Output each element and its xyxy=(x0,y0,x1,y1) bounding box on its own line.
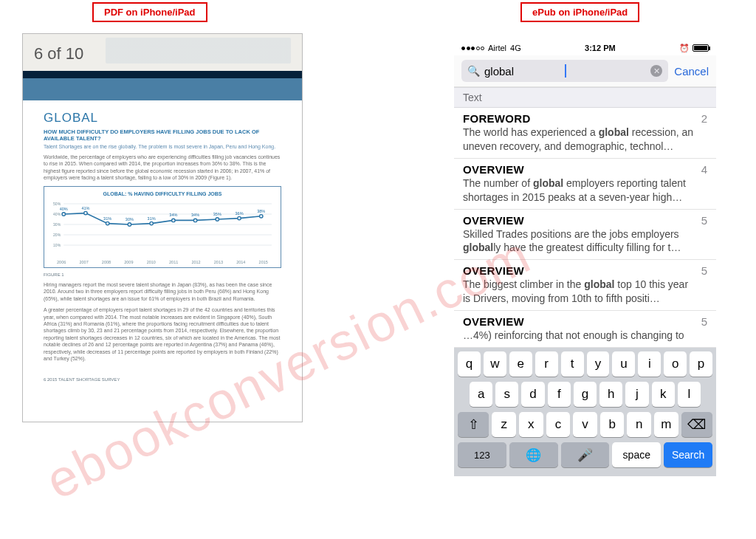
svg-point-18 xyxy=(150,222,153,224)
numbers-key[interactable]: 123 xyxy=(458,442,506,467)
backspace-key[interactable]: ⌫ xyxy=(681,412,712,437)
paragraph-2: Hiring managers report the most severe t… xyxy=(44,281,281,302)
result-page: 5 xyxy=(701,264,707,277)
result-title: OVERVIEW xyxy=(463,214,694,227)
result-snippet: The number of global employers reporting… xyxy=(463,176,694,205)
header-illustration xyxy=(106,38,291,63)
result-title: FOREWORD xyxy=(463,112,694,125)
key-l[interactable]: l xyxy=(678,382,701,407)
clock: 3:12 PM xyxy=(585,44,616,52)
key-g[interactable]: g xyxy=(574,382,597,407)
svg-text:10%: 10% xyxy=(53,243,61,247)
page-subheading: HOW MUCH DIFFICULTY DO EMPLOYERS HAVE FI… xyxy=(44,128,281,142)
result-page: 2 xyxy=(701,112,707,125)
key-u[interactable]: u xyxy=(612,351,635,377)
carrier-label: Airtel xyxy=(488,44,506,52)
key-z[interactable]: z xyxy=(492,412,516,437)
alarm-icon: ⏰ xyxy=(679,44,690,53)
result-title: OVERVIEW xyxy=(463,315,694,328)
space-key[interactable]: space xyxy=(612,442,661,467)
svg-text:40%: 40% xyxy=(53,212,61,216)
svg-point-26 xyxy=(238,216,241,219)
result-page: 4 xyxy=(701,163,707,176)
pdf-topbar: 6 of 10 xyxy=(23,34,302,71)
result-snippet: …4%) reinforcing that not enough is chan… xyxy=(463,329,694,343)
key-d[interactable]: d xyxy=(521,382,544,407)
results-list: FOREWORD 2 The world has experienced a g… xyxy=(454,108,716,348)
cancel-button[interactable]: Cancel xyxy=(674,65,709,78)
svg-point-12 xyxy=(84,211,87,214)
svg-text:34%: 34% xyxy=(169,213,177,217)
key-h[interactable]: h xyxy=(599,382,622,407)
shift-key[interactable]: ⇧ xyxy=(458,412,489,437)
svg-text:31%: 31% xyxy=(148,216,156,220)
key-b[interactable]: b xyxy=(600,412,625,437)
figure-label: FIGURE 1 xyxy=(44,272,281,277)
svg-text:35%: 35% xyxy=(213,212,221,216)
pdf-label: PDF on iPhone/iPad xyxy=(92,2,207,22)
key-i[interactable]: i xyxy=(638,351,661,377)
key-s[interactable]: s xyxy=(495,382,518,407)
battery-icon xyxy=(693,44,709,52)
mic-key[interactable]: 🎤 xyxy=(561,442,610,467)
pdf-viewer: 6 of 10 GLOBAL HOW MUCH DIFFICULTY DO EM… xyxy=(22,33,303,422)
search-result[interactable]: OVERVIEW 5 …4%) reinforcing that not eno… xyxy=(454,311,716,348)
paragraph-1: Worldwide, the percentage of employers w… xyxy=(44,154,281,182)
svg-text:31%: 31% xyxy=(103,216,111,220)
key-k[interactable]: k xyxy=(652,382,675,407)
search-result[interactable]: OVERVIEW 5 The biggest climber in the gl… xyxy=(454,260,716,311)
search-icon: 🔍 xyxy=(467,65,480,77)
svg-text:50%: 50% xyxy=(53,202,61,206)
chart-container: GLOBAL: % HAVING DIFFICULTY FILLING JOBS… xyxy=(44,186,281,268)
svg-text:20%: 20% xyxy=(53,233,61,237)
key-m[interactable]: m xyxy=(654,412,678,437)
search-key[interactable]: Search xyxy=(664,442,712,467)
result-snippet: Skilled Trades positions are the jobs em… xyxy=(463,227,694,255)
key-v[interactable]: v xyxy=(573,412,597,437)
network-label: 4G xyxy=(510,44,521,52)
svg-text:38%: 38% xyxy=(257,209,265,213)
search-result[interactable]: FOREWORD 2 The world has experienced a g… xyxy=(454,108,716,159)
header-blue-bar xyxy=(23,78,302,100)
svg-text:40%: 40% xyxy=(60,207,68,211)
result-title: OVERVIEW xyxy=(463,163,694,176)
ios-keyboard: qwertyuiop asdfghjkl ⇧zxcvbnm⌫ 123🌐🎤spac… xyxy=(454,348,716,476)
key-q[interactable]: q xyxy=(458,351,481,377)
page-counter: 6 of 10 xyxy=(34,44,83,63)
result-page: 5 xyxy=(701,214,707,227)
key-o[interactable]: o xyxy=(664,351,687,377)
globe-key[interactable]: 🌐 xyxy=(509,442,558,467)
result-page: 5 xyxy=(701,315,707,328)
svg-point-24 xyxy=(216,218,219,221)
search-result[interactable]: OVERVIEW 5 Skilled Trades positions are … xyxy=(454,210,716,261)
signal-icon xyxy=(461,47,484,50)
search-result[interactable]: OVERVIEW 4 The number of global employer… xyxy=(454,159,716,210)
chart-svg: 10%20%30%40%50%40%41%31%30%31%34%34%35%3… xyxy=(50,199,275,258)
svg-point-10 xyxy=(62,213,65,216)
key-w[interactable]: w xyxy=(484,351,506,377)
search-input[interactable]: 🔍 global ✕ xyxy=(461,60,668,82)
intro-text: Talent Shortages are on the rise globall… xyxy=(44,144,281,149)
key-x[interactable]: x xyxy=(519,412,543,437)
key-f[interactable]: f xyxy=(548,382,571,407)
search-bar: 🔍 global ✕ Cancel xyxy=(454,55,716,87)
key-y[interactable]: y xyxy=(587,351,610,377)
key-e[interactable]: e xyxy=(509,351,532,377)
key-j[interactable]: j xyxy=(625,382,648,407)
clear-icon[interactable]: ✕ xyxy=(650,65,662,77)
key-p[interactable]: p xyxy=(690,351,712,377)
status-bar: Airtel 4G 3:12 PM ⏰ xyxy=(454,41,716,55)
svg-point-16 xyxy=(128,223,131,226)
key-c[interactable]: c xyxy=(546,412,571,437)
svg-text:30%: 30% xyxy=(126,217,134,222)
key-r[interactable]: r xyxy=(535,351,558,377)
svg-text:41%: 41% xyxy=(81,205,89,210)
chart-xaxis: 2006200720082009201020112012201320142015 xyxy=(50,260,275,264)
key-n[interactable]: n xyxy=(627,412,651,437)
header-dark-bar xyxy=(23,71,302,78)
svg-text:34%: 34% xyxy=(191,213,199,217)
key-t[interactable]: t xyxy=(561,351,584,377)
pdf-page-body: GLOBAL HOW MUCH DIFFICULTY DO EMPLOYERS … xyxy=(23,100,302,374)
key-a[interactable]: a xyxy=(470,382,492,407)
svg-point-20 xyxy=(172,219,175,222)
